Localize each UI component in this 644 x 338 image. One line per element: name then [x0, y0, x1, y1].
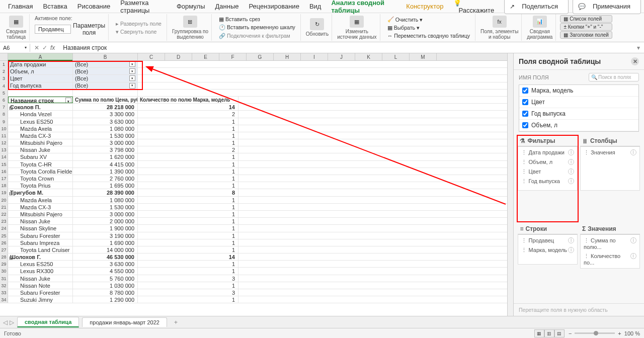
row-header[interactable]: 11 [0, 132, 8, 139]
clear-button[interactable]: 🧹 Очистить ▾ [385, 16, 472, 23]
row-header[interactable]: 27 [0, 246, 8, 253]
cell[interactable]: 2 [138, 146, 238, 153]
field-search-input[interactable]: 🔍 Поиск в полях [589, 73, 639, 81]
change-data-source-button[interactable]: ▦ Изменить источник данных [334, 14, 380, 41]
cell[interactable]: 1 530 000 [73, 132, 138, 139]
row-header[interactable]: 15 [0, 161, 8, 167]
cell[interactable]: Subaru XV [8, 153, 73, 160]
cell[interactable]: 1 900 000 [73, 225, 138, 231]
cell[interactable]: Mazda Axela [8, 197, 73, 203]
cell[interactable]: Nissan Juke [8, 275, 73, 282]
cell[interactable] [8, 90, 73, 96]
cell[interactable]: 3 [138, 275, 238, 282]
row-header[interactable]: 31 [0, 275, 8, 282]
menu-page-layout[interactable]: Разметка страницы [115, 0, 172, 16]
tab-next-icon[interactable]: ▷ [10, 319, 14, 326]
cell[interactable]: 1 [138, 211, 238, 217]
refresh-button[interactable]: ↻ Обновить [303, 14, 332, 41]
fx-icon[interactable]: fx [50, 44, 55, 51]
cell[interactable]: Сумма по полю Цена, руб. [73, 97, 138, 103]
tab-prev-icon[interactable]: ◁ [3, 319, 8, 326]
tell-me[interactable]: 💡 Расскажите [448, 0, 504, 16]
area-item[interactable]: ⋮ Значенияi [582, 148, 638, 157]
cell[interactable]: 1 [138, 182, 238, 189]
row-header[interactable]: 18 [0, 182, 8, 189]
select-button[interactable]: ▦ Выбрать ▾ [385, 24, 472, 31]
cell[interactable]: 1 [138, 246, 238, 253]
cell[interactable]: 1 [138, 132, 238, 139]
row-header[interactable]: 24 [0, 225, 8, 231]
col-header-J[interactable]: J [328, 53, 355, 60]
cell[interactable]: 3 630 000 [73, 261, 138, 267]
row-header[interactable]: 17 [0, 175, 8, 182]
field-item[interactable]: Цвет [519, 97, 638, 108]
row-header[interactable]: 26 [0, 239, 8, 246]
cell[interactable]: Названия строк▾ [8, 97, 73, 103]
name-box[interactable]: A6▾ [0, 44, 30, 52]
filter-connections-button[interactable]: 🔗 Подключения к фильтрам [217, 32, 297, 40]
cell[interactable]: (Все)▾ [73, 75, 138, 81]
cell[interactable]: Toyota Corolla Fielder [8, 168, 73, 175]
menu-review[interactable]: Рецензирование [244, 1, 304, 12]
col-header-G[interactable]: G [247, 53, 274, 60]
view-page-break-button[interactable]: ▤ [554, 329, 565, 337]
menu-draw[interactable]: Рисование [72, 1, 115, 12]
cell[interactable]: 1 [138, 282, 238, 289]
cell[interactable]: Toyota C-HR [8, 161, 73, 167]
row-header[interactable]: 21 [0, 204, 8, 210]
row-header[interactable]: 9 [0, 118, 8, 125]
cell[interactable]: 1 695 000 [73, 182, 138, 189]
cell[interactable]: 3 630 000 [73, 118, 138, 125]
field-params-button[interactable]: Параметры поля [73, 22, 105, 36]
cell[interactable]: Nissan Juke [8, 218, 73, 224]
cell[interactable]: Mazda CX-3 [8, 132, 73, 139]
cell[interactable]: Дата продажи [8, 61, 73, 67]
col-header-L[interactable]: L [382, 53, 410, 60]
cell[interactable]: Honda Vezel [8, 111, 73, 117]
cell[interactable]: ⊟Шолохов Г. [8, 254, 73, 260]
rows-area[interactable]: ≡Строки ⋮ Продавецi⋮ Марка, модельi [518, 224, 578, 299]
sheet-tab-pivot[interactable]: сводная таблица [17, 317, 79, 327]
row-header[interactable]: 5 [0, 90, 8, 96]
cell[interactable]: Mitsubishi Pajero [8, 139, 73, 146]
row-header[interactable]: 14 [0, 153, 8, 160]
field-item[interactable]: Марка, модель [519, 85, 638, 97]
cell[interactable]: 1 620 000 [73, 153, 138, 160]
values-area[interactable]: ΣЗначения ⋮ Сумма по полю...i⋮ Количеств… [580, 224, 640, 299]
row-header[interactable]: 10 [0, 125, 8, 132]
filter-dropdown-icon[interactable]: ▾ [129, 61, 135, 67]
cell[interactable]: 1 290 000 [73, 296, 138, 303]
cell[interactable]: 1 [138, 197, 238, 203]
cell[interactable]: ⊟Тригубов М. [8, 189, 73, 196]
cell[interactable]: Цвет [8, 75, 73, 81]
cell[interactable]: Toyota Land Cruiser [8, 246, 73, 253]
row-header[interactable]: 19 [0, 189, 8, 196]
pane-close-button[interactable]: ✕ [631, 57, 639, 65]
col-header-A[interactable]: A [8, 53, 73, 60]
cell[interactable]: 1 [138, 261, 238, 267]
area-item[interactable]: ⋮ Марка, модельi [519, 245, 576, 255]
cell[interactable]: 1 [138, 296, 238, 303]
col-header-E[interactable]: E [192, 53, 219, 60]
cell[interactable]: Lexus RX300 [8, 268, 73, 274]
spreadsheet-grid[interactable]: ABCDEFGHIJKLM 1Дата продажи(Все)▾2Объем,… [0, 53, 507, 316]
col-header-B[interactable]: B [73, 53, 138, 60]
row-header[interactable]: 28 [0, 254, 8, 260]
cell[interactable]: Toyota Crown [8, 175, 73, 182]
cell[interactable]: Количество по полю Марка, модель [138, 97, 238, 103]
row-header[interactable]: 1 [0, 61, 8, 67]
cell[interactable]: 3 190 000 [73, 232, 138, 239]
cell[interactable]: Subaru Forester [8, 232, 73, 239]
cell[interactable]: 8 [138, 189, 238, 196]
cell[interactable]: ⊟Соколов П. [8, 104, 73, 110]
field-checkbox[interactable] [522, 88, 528, 94]
area-item[interactable]: ⋮ Дата продажиi [519, 148, 576, 157]
view-normal-button[interactable]: ▦ [534, 329, 544, 337]
filter-dropdown-icon[interactable]: ▾ [129, 83, 135, 89]
cell[interactable]: 5 760 000 [73, 275, 138, 282]
menu-view[interactable]: Вид [304, 1, 327, 12]
cell[interactable]: Mazda CX-3 [8, 204, 73, 210]
cell[interactable]: Lexus ES250 [8, 118, 73, 125]
row-header[interactable]: 30 [0, 268, 8, 274]
zoom-in-button[interactable]: + [618, 330, 621, 336]
